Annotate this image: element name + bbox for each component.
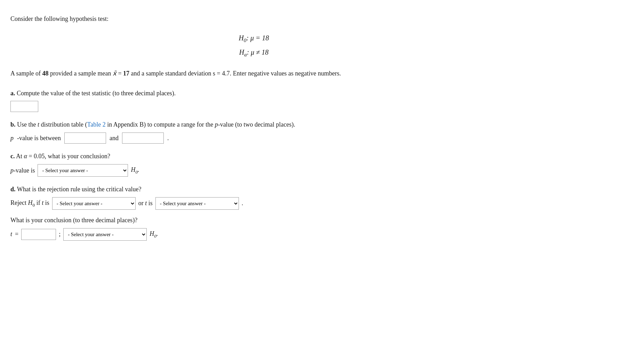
reject-text: Reject H0 if t is [10, 198, 49, 209]
or-t-is-text: or t is [138, 198, 153, 208]
alpha-italic: α [24, 153, 27, 160]
part-b-question: b. Use the t distribution table (Table 2… [10, 120, 497, 130]
h0-subscript: 0 [244, 38, 247, 43]
reject-second-select[interactable]: - Select your answer - ≤ -tα/2 ≥ tα/2 < … [155, 197, 239, 210]
pvalue-lower-input[interactable] [64, 133, 106, 144]
equals-sign: = [15, 229, 18, 239]
pvalue-label: p [10, 133, 14, 143]
hypothesis-block: H0: μ = 18 Ha: μ ≠ 18 [10, 32, 497, 59]
period-d: . [242, 198, 243, 208]
part-b-block: b. Use the t distribution table (Table 2… [10, 120, 497, 144]
test-statistic-input[interactable] [10, 101, 38, 112]
t-italic: t [38, 121, 39, 128]
table2-link[interactable]: Table 2 [87, 121, 106, 128]
and-label: and [110, 133, 119, 143]
pvalue-between-row: p-value is between and . [10, 133, 497, 144]
pvalue-text: -value is between [17, 133, 61, 143]
xbar-value: 17 [123, 70, 129, 77]
part-a-label: a. [10, 90, 15, 97]
h0-label: H0: μ = 18 [239, 34, 269, 42]
page-container: Consider the following hypothesis test: … [10, 14, 497, 241]
h0-d-suffix: H0. [150, 229, 158, 240]
part-a-block: a. Compute the value of the test statist… [10, 88, 497, 112]
conclusion-row: t = ; - Select your answer - reject do n… [10, 228, 497, 241]
p-italic: p [215, 121, 218, 128]
period-b: . [167, 133, 169, 143]
part-a-question: a. Compute the value of the test statist… [10, 88, 497, 98]
pvalue-upper-input[interactable] [122, 133, 164, 144]
ha-label: Ha: μ ≠ 18 [239, 48, 269, 56]
reject-first-select[interactable]: - Select your answer - ≤ -tα/2 ≥ tα/2 < … [52, 197, 136, 210]
part-d-reject-row: Reject H0 if t is - Select your answer -… [10, 197, 497, 210]
conclusion-question: What is your conclusion (to three decima… [10, 215, 497, 225]
part-b-label: b. [10, 121, 16, 128]
part-c-label: c. [10, 153, 15, 160]
h0-line: H0: μ = 18 [10, 32, 497, 45]
part-d-block: d. What is the rejection rule using the … [10, 184, 497, 241]
h0-c-suffix: H0. [131, 165, 139, 176]
sample-n: 48 [42, 70, 49, 77]
pvalue-is-label: p-value is [10, 166, 35, 176]
part-c-block: c. At α = 0.05, what is your conclusion?… [10, 151, 497, 177]
sample-info: A sample of 48 provided a sample mean x̄… [10, 69, 497, 79]
part-d-label: d. [10, 186, 16, 193]
intro-text: Consider the following hypothesis test: [10, 14, 497, 24]
part-d-question: d. What is the rejection rule using the … [10, 184, 497, 194]
t-equals-label: t [10, 229, 12, 239]
t-value-input[interactable] [21, 229, 56, 240]
semicolon-label: ; [59, 229, 61, 239]
xbar: x̄ [113, 70, 116, 77]
part-c-select[interactable]: - Select your answer - greater than or e… [38, 164, 128, 177]
conclusion-select[interactable]: - Select your answer - reject do not rej… [63, 228, 147, 241]
ha-line: Ha: μ ≠ 18 [10, 47, 497, 59]
ha-subscript: a [244, 52, 247, 57]
part-c-question: c. At α = 0.05, what is your conclusion? [10, 151, 497, 161]
part-c-answer-row: p-value is - Select your answer - greate… [10, 164, 497, 177]
